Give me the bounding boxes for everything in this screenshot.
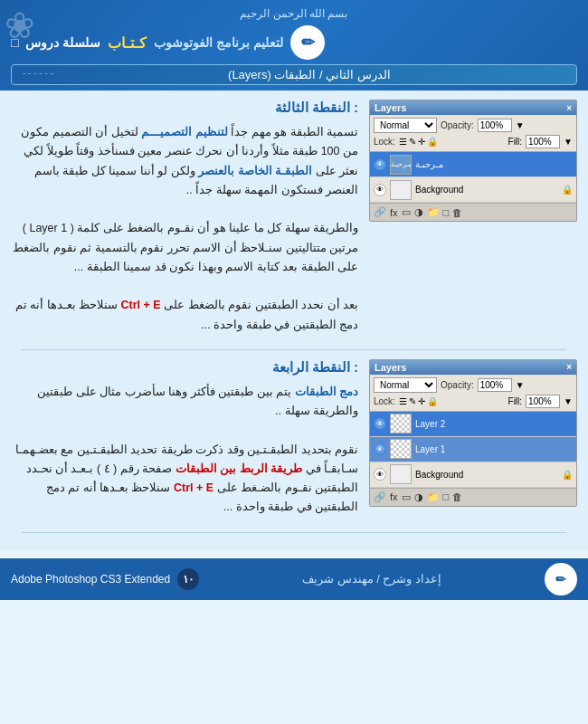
section-1-para1: تسمية الطبقة هو مهم جداً لتنظيم التصميــ… [11,123,358,200]
fill-input[interactable] [526,135,560,148]
page-header: ❀ بسم الله الرحمن الرحيم ✏ لتعليم برنامج… [0,0,588,90]
folder-btn[interactable]: 📁 [427,206,440,218]
section-1-title: : النقطة الثالثة [11,100,358,116]
layer-name-text: مـرحبـة [415,159,573,169]
opacity-input[interactable] [478,119,512,132]
layer-lock-icon: 🔒 [562,185,573,195]
layer-name-layer1: Layer 1 [415,444,573,454]
lock-move-icon-2: ✛ [418,396,425,406]
fill-label: Fill: [508,137,523,147]
layer-item-layer1[interactable]: 👁 Layer 1 [370,437,576,462]
layer-thumb-layer1 [390,439,412,459]
adjustment-btn[interactable]: ◑ [414,206,423,218]
section-2-body: دمج الطبقات يتم بين طبقتين فأكثر وهنا سأ… [11,383,358,518]
divider-1 [22,349,566,350]
header-subtitle1: لتعليم برنامج الفوتوشوب [154,35,283,50]
link-layers-btn[interactable]: 🔗 [374,206,386,218]
divider-2 [22,532,566,533]
section-2-para1: دمج الطبقات يتم بين طبقتين فأكثر وهنا سأ… [11,383,358,422]
folder-btn-2[interactable]: 📁 [427,491,440,503]
header-square-icon: □ [11,35,18,50]
layer-bg-thumbnail [390,180,412,200]
adjustment-btn-2[interactable]: ◑ [414,491,423,503]
dashes: - - - - - - [23,68,53,78]
fill-label-2: Fill: [508,396,523,406]
layer-eye-layer2[interactable]: 👁 [374,417,386,430]
header-title-text: سلسلة دروس [25,35,100,50]
layer-name-bg2: Background [415,470,558,480]
brand-logo-text: ✏ [301,33,315,52]
layers-titlebar-1: Layers × [370,100,576,115]
layers-title-text-2: Layers [375,362,406,373]
layer-item-layer2[interactable]: 👁 Layer 2 [370,412,576,437]
footer-logo: ✏ [545,563,577,595]
text-section-1: : النقطة الثالثة تسمية الطبقة هو مهم جدا… [11,100,358,335]
lock-all-icon: 🔒 [427,137,438,147]
layers-panel-2: Layers × Normal Opacity: ▼ Lock: ☰ [369,359,577,507]
layer-name-bg: Background [415,185,558,195]
new-layer-btn[interactable]: □ [443,207,450,218]
lock-label-2: Lock: [374,396,395,406]
layer-item-background[interactable]: 👁 Background 🔒 [370,177,576,203]
layer-item-text[interactable]: 👁 مـرحبـة مـرحبـة [370,152,576,177]
layer-eye-bg2[interactable]: 👁 [374,468,386,481]
new-layer-btn-2[interactable]: □ [443,491,450,502]
mask-btn[interactable]: ▭ [402,206,411,218]
layers-row2-2: Lock: ☰ ✎ ✛ 🔒 Fill: ▼ [374,395,573,408]
lock-paint-icon-2: ✎ [409,396,416,406]
header-brand: كـتـاب [108,34,147,52]
layer-thumbnail: مـرحبـة [390,155,412,175]
blend-mode-select-2[interactable]: Normal [374,377,437,393]
layer-lock-icon-2: 🔒 [562,470,573,480]
fill-arrow-icon: ▼ [564,137,573,147]
layers-close-btn[interactable]: × [566,103,572,113]
link-layers-btn-2[interactable]: 🔗 [374,491,386,503]
layer-visibility-eye-bg[interactable]: 👁 [374,184,386,196]
footer-author: إعداد وشرح / مهندس شريف [302,572,441,586]
fx-btn-2[interactable]: fx [390,491,398,502]
layers-close-btn-2[interactable]: × [566,362,572,372]
layer-thumb-layer2 [390,414,412,433]
lock-label: Lock: [374,137,395,147]
opacity-label: Opacity: [441,120,474,130]
main-content: Layers × Normal Opacity: ▼ Lock: ☰ [0,90,588,551]
footer-page-number: ١٠ [177,568,199,590]
layers-row1-2: Normal Opacity: ▼ [374,377,573,393]
lock-icons: ☰ ✎ ✛ 🔒 [399,137,438,147]
section-2-para2: نقوم بتحديد الطبقـتـين وقد ذكرت طريقة تح… [11,441,358,518]
arrow-icon: ▼ [516,120,525,130]
blend-mode-select[interactable]: Normal [374,118,437,133]
footer-logo-text: ✏ [555,572,566,586]
layer-thumb-text: مـرحبـة [391,160,412,168]
layers-titlebar-2: Layers × [370,360,576,375]
section-2: Layers × Normal Opacity: ▼ Lock: ☰ [11,359,577,518]
lock-icons-2: ☰ ✎ ✛ 🔒 [399,396,438,406]
fill-arrow-icon-2: ▼ [564,396,573,406]
mask-btn-2[interactable]: ▭ [402,491,411,503]
layers-controls-2: Normal Opacity: ▼ Lock: ☰ ✎ ✛ 🔒 Fill: [370,375,576,412]
fx-btn[interactable]: fx [390,207,398,218]
lock-pos-icon-2: ☰ [399,396,407,406]
layer-eye-layer1[interactable]: 👁 [374,443,386,455]
layer-item-bg2[interactable]: 👁 Background 🔒 [370,462,576,488]
layer-visibility-eye[interactable]: 👁 [374,158,386,171]
opacity-label-2: Opacity: [441,380,474,390]
section-2-title: : النقطة الرابعة [11,359,358,376]
footer-right: ١٠ Adobe Photoshop CS3 Extended [11,568,199,590]
fill-input-2[interactable] [526,395,560,408]
lock-paint-icon: ✎ [409,137,416,147]
opacity-input-2[interactable] [478,378,512,392]
lock-move-icon: ✛ [418,137,425,147]
delete-layer-btn[interactable]: 🗑 [452,207,462,218]
brand-logo: ✏ [290,25,325,60]
layers-title-text: Layers [375,102,406,113]
layers-panel-1: Layers × Normal Opacity: ▼ Lock: ☰ [369,100,577,222]
section-1: Layers × Normal Opacity: ▼ Lock: ☰ [11,100,577,335]
bismillah: بسم الله الرحمن الرحيم [11,7,577,20]
layer-name-layer2: Layer 2 [415,419,573,429]
lesson-label-text: الدرس الثاني / الطبقات (Layers) [228,68,391,81]
layers-controls-1: Normal Opacity: ▼ Lock: ☰ ✎ ✛ 🔒 Fill: [370,115,576,152]
layers-list-2: 👁 Layer 2 👁 Layer 1 👁 Background 🔒 [370,412,576,488]
delete-layer-btn-2[interactable]: 🗑 [452,491,462,502]
layers-footer-2: 🔗 fx ▭ ◑ 📁 □ 🗑 [370,488,576,506]
